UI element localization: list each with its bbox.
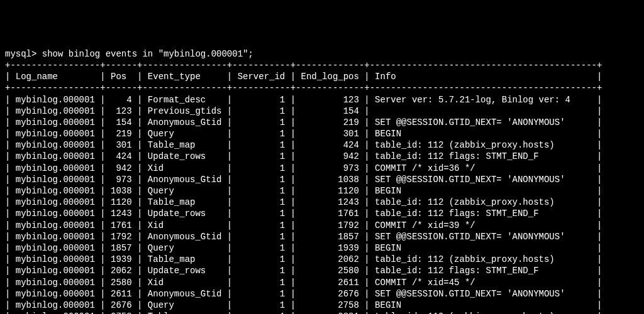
table-row: | mybinlog.000001 | 424 | Update_rows | … bbox=[5, 151, 639, 162]
mysql-prompt-line[interactable]: mysql> show binlog events in "mybinlog.0… bbox=[5, 48, 639, 60]
table-separator: +-----------------+------+--------------… bbox=[5, 82, 639, 94]
table-row: | mybinlog.000001 | 1792 | Anonymous_Gti… bbox=[5, 231, 639, 242]
table-row: | mybinlog.000001 | 1939 | Table_map | 1… bbox=[5, 254, 639, 265]
table-row: | mybinlog.000001 | 2676 | Query | 1 | 2… bbox=[5, 300, 639, 311]
table-row: | mybinlog.000001 | 1761 | Xid | 1 | 179… bbox=[5, 220, 639, 231]
table-row: | mybinlog.000001 | 2580 | Xid | 1 | 261… bbox=[5, 277, 639, 288]
table-row: | mybinlog.000001 | 2062 | Update_rows |… bbox=[5, 265, 639, 276]
table-row: | mybinlog.000001 | 219 | Query | 1 | 30… bbox=[5, 128, 639, 139]
table-row: | mybinlog.000001 | 1243 | Update_rows |… bbox=[5, 208, 639, 219]
table-row: | mybinlog.000001 | 2611 | Anonymous_Gti… bbox=[5, 288, 639, 300]
table-row: | mybinlog.000001 | 973 | Anonymous_Gtid… bbox=[5, 174, 639, 185]
table-row: | mybinlog.000001 | 1857 | Query | 1 | 1… bbox=[5, 242, 639, 254]
table-row: | mybinlog.000001 | 2758 | Table_map | 1… bbox=[5, 311, 639, 314]
table-row: | mybinlog.000001 | 154 | Anonymous_Gtid… bbox=[5, 117, 639, 128]
mysql-terminal[interactable]: mysql> show binlog events in "mybinlog.0… bbox=[5, 48, 639, 314]
table-header-row: | Log_name | Pos | Event_type | Server_i… bbox=[5, 71, 639, 82]
table-row: | mybinlog.000001 | 301 | Table_map | 1 … bbox=[5, 139, 639, 151]
table-row: | mybinlog.000001 | 123 | Previous_gtids… bbox=[5, 106, 639, 117]
table-row: | mybinlog.000001 | 942 | Xid | 1 | 973 … bbox=[5, 163, 639, 174]
table-row: | mybinlog.000001 | 1120 | Table_map | 1… bbox=[5, 197, 639, 208]
table-row: | mybinlog.000001 | 1038 | Query | 1 | 1… bbox=[5, 185, 639, 197]
table-row: | mybinlog.000001 | 4 | Format_desc | 1 … bbox=[5, 94, 639, 106]
table-separator: +-----------------+------+--------------… bbox=[5, 60, 639, 71]
